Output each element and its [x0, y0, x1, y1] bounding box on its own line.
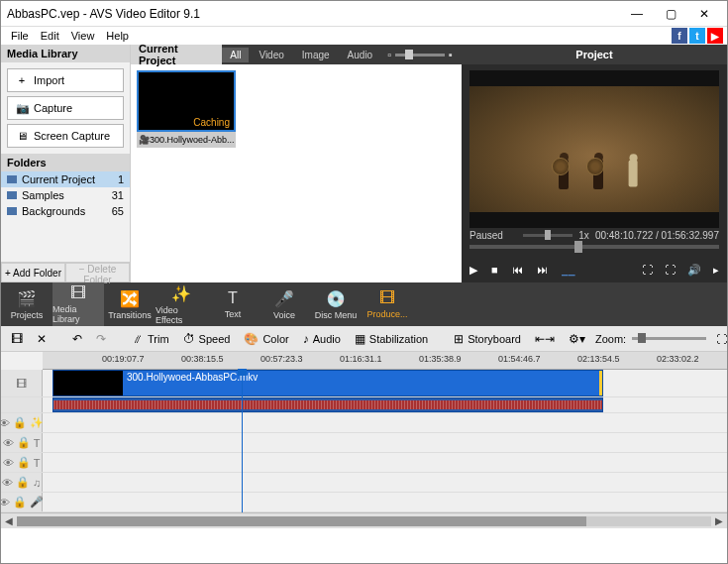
eye-icon: 👁	[0, 497, 10, 508]
text-track[interactable]	[43, 433, 727, 452]
music-icon: ♫	[33, 477, 41, 489]
align-button[interactable]: ⇤⇥	[531, 330, 559, 348]
snapshot-button[interactable]: ⛶	[642, 264, 653, 277]
volume-button[interactable]: 🔊	[687, 264, 701, 277]
youtube-icon[interactable]: ▶	[707, 28, 723, 44]
twitter-icon[interactable]: t	[689, 28, 705, 44]
video-clip[interactable]: 300.Hollywoed-AbbasPC.mkv	[52, 370, 603, 396]
add-folder-button[interactable]: + Add Folder	[1, 263, 65, 282]
thumb-large-icon[interactable]: ▪	[449, 49, 453, 60]
zoom-fit-button[interactable]: ⛶	[712, 331, 728, 347]
filter-video[interactable]: Video	[251, 48, 291, 62]
mode-text[interactable]: TText	[207, 282, 259, 326]
track-head-text[interactable]: 👁🔒T	[1, 433, 43, 452]
voice-icon: 🎤	[30, 496, 44, 508]
lock-icon: 🔒	[16, 476, 30, 489]
video-track[interactable]: 300.Hollywoed-AbbasPC.mkv	[43, 370, 727, 396]
folder-current-project[interactable]: Current Project1	[1, 171, 130, 187]
trim-button[interactable]: ⫽Trim	[128, 330, 173, 348]
fx-icon: ✨	[30, 416, 44, 429]
clapper-icon: 🎬	[17, 289, 37, 308]
thumb-size-slider[interactable]	[395, 54, 445, 56]
playback-state: Paused	[469, 230, 503, 241]
thumb-small-icon[interactable]: ▫	[387, 49, 391, 60]
color-button[interactable]: 🎨Color	[240, 330, 292, 348]
fullscreen-button[interactable]: ⛶	[665, 264, 676, 277]
redo-icon: ↷	[96, 332, 106, 346]
folder-backgrounds[interactable]: Backgrounds65	[1, 203, 130, 219]
mode-voice[interactable]: 🎤Voice	[259, 282, 310, 326]
timeline-ruler[interactable]: 00:19:07.7 00:38:15.5 00:57:23.3 01:16:3…	[43, 352, 727, 370]
options-dropdown[interactable]: ⚙▾	[565, 330, 589, 348]
track-head-voice[interactable]: 👁🔒🎤	[1, 493, 43, 511]
camera-icon: 📷	[16, 102, 28, 115]
track-head-fx[interactable]: 👁🔒✨	[1, 413, 43, 432]
import-button[interactable]: +Import	[7, 68, 124, 92]
play-button[interactable]: ▶	[469, 264, 477, 277]
track-head-video[interactable]: 🎞	[1, 370, 43, 396]
mode-projects[interactable]: 🎬Projects	[1, 282, 52, 326]
timecode: 00:48:10.722 / 01:56:32.997	[595, 230, 719, 241]
eye-icon: 👁	[2, 477, 13, 489]
stabilization-button[interactable]: ▦Stabilization	[351, 330, 432, 348]
current-project-header: Current Project	[131, 43, 222, 66]
undo-button[interactable]: ↶	[68, 330, 86, 348]
clip-thumbnail[interactable]: Caching 🎥300.Hollywoed-Abb...	[137, 70, 236, 148]
scroll-right-icon[interactable]: ▶	[711, 515, 727, 526]
redo-button[interactable]: ↷	[92, 330, 110, 348]
speed-slider[interactable]	[523, 234, 572, 237]
filter-image[interactable]: Image	[294, 48, 338, 62]
folder-icon	[7, 175, 17, 183]
screen-capture-button[interactable]: 🖥Screen Capture	[7, 124, 124, 148]
storyboard-button[interactable]: ⊞Storyboard	[450, 330, 525, 348]
star-icon: ✨	[171, 284, 191, 303]
zoom-label: Zoom:	[595, 333, 626, 345]
media-library-header: Media Library	[1, 45, 130, 62]
audio-clip[interactable]	[52, 397, 603, 412]
prev-frame-button[interactable]: ⏮	[512, 264, 523, 277]
voice-track[interactable]	[43, 493, 727, 511]
split-button[interactable]: ⎯⎯	[562, 264, 575, 277]
track-head-overlay[interactable]: 👁🔒T	[1, 453, 43, 472]
track-head-audio[interactable]: 👁🔒♫	[1, 473, 43, 492]
next-frame-button[interactable]: ⏭	[537, 264, 548, 277]
folder-samples[interactable]: Samples31	[1, 187, 130, 203]
menu-help[interactable]: Help	[100, 30, 135, 42]
delete-button[interactable]: ✕	[33, 330, 51, 348]
close-button[interactable]: ✕	[687, 4, 721, 24]
minimize-button[interactable]: —	[620, 4, 654, 24]
folders-header: Folders	[1, 154, 130, 171]
preview-scrubber[interactable]	[469, 245, 719, 249]
preview-video[interactable]	[469, 70, 719, 228]
mode-disc-menu[interactable]: 💿Disc Menu	[310, 282, 362, 326]
mode-produce[interactable]: 🎞Produce...	[362, 282, 413, 326]
window-title: AbbasPC.vep - AVS Video Editor 9.1	[7, 7, 620, 21]
menu-view[interactable]: View	[65, 30, 101, 42]
text-icon: T	[34, 437, 41, 449]
menu-edit[interactable]: Edit	[35, 30, 65, 42]
track-head-audiolink[interactable]	[1, 397, 43, 412]
mode-video-effects[interactable]: ✨Video Effects	[156, 282, 207, 326]
facebook-icon[interactable]: f	[672, 28, 687, 44]
audio-button[interactable]: ♪Audio	[299, 330, 345, 348]
menu-file[interactable]: File	[5, 30, 35, 42]
zoom-slider[interactable]	[632, 337, 706, 340]
lock-icon: 🔒	[17, 456, 31, 469]
filter-all[interactable]: All	[222, 48, 249, 62]
add-to-timeline-button[interactable]: 🎞	[7, 330, 27, 348]
scroll-left-icon[interactable]: ◀	[1, 515, 17, 526]
delete-folder-button[interactable]: − Delete Folder	[65, 263, 130, 282]
effects-track[interactable]	[43, 413, 727, 432]
mode-transitions[interactable]: 🔀Transitions	[104, 282, 156, 326]
audio-track-linked[interactable]	[43, 397, 727, 412]
mode-media-library[interactable]: 🎞Media Library	[52, 282, 104, 326]
maximize-button[interactable]: ▢	[654, 4, 687, 24]
music-track[interactable]	[43, 473, 727, 492]
overlay-track[interactable]	[43, 453, 727, 472]
speed-button[interactable]: ⏱Speed	[179, 330, 235, 348]
expand-button[interactable]: ▸	[713, 264, 719, 277]
timeline-scrollbar[interactable]: ◀ ▶	[1, 512, 727, 528]
capture-button[interactable]: 📷Capture	[7, 96, 124, 120]
stop-button[interactable]: ■	[491, 264, 498, 277]
filter-audio[interactable]: Audio	[340, 48, 381, 62]
